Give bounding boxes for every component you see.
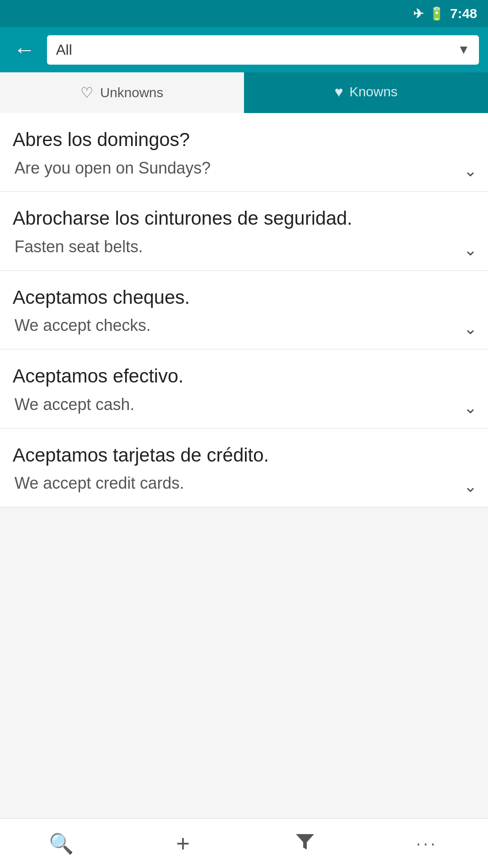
tab-unknowns-label: Unknowns (100, 85, 163, 100)
chevron-down-icon: ⌄ (464, 161, 477, 180)
card-spanish: Aceptamos efectivo. (13, 364, 475, 389)
card-english: We accept checks. (13, 315, 475, 336)
card-list: Abres los domingos? Are you open on Sund… (0, 113, 488, 507)
add-nav-item[interactable]: + (122, 819, 244, 868)
card-spanish: Aceptamos tarjetas de crédito. (13, 443, 475, 468)
tab-knowns-label: Knowns (349, 84, 398, 99)
svg-marker-0 (296, 834, 314, 849)
chevron-down-icon: ⌄ (464, 241, 477, 259)
heart-outline-icon: ♡ (80, 84, 94, 101)
tab-bar: ♡ Unknowns ♥ Knowns (0, 72, 488, 113)
chevron-down-icon: ⌄ (464, 477, 477, 496)
search-nav-item[interactable]: 🔍 (0, 819, 122, 868)
back-button[interactable]: ← (9, 39, 40, 61)
card-english: Fasten seat belts. (13, 236, 475, 258)
card-english: We accept credit cards. (13, 473, 475, 494)
add-icon: + (176, 830, 190, 857)
card-spanish: Aceptamos cheques. (13, 285, 475, 310)
card-item[interactable]: Abrocharse los cinturones de seguridad. … (0, 192, 488, 270)
battery-icon: 🔋 (429, 6, 445, 21)
card-item[interactable]: Aceptamos cheques. We accept checks. ⌄ (0, 271, 488, 349)
bottom-nav: 🔍 + ··· (0, 818, 488, 868)
card-spanish: Abres los domingos? (13, 127, 475, 152)
card-english: Are you open on Sundays? (13, 158, 475, 179)
card-english: We accept cash. (13, 394, 475, 415)
chevron-down-icon: ▼ (457, 42, 470, 57)
airplane-icon: ✈ (413, 6, 423, 21)
card-item[interactable]: Aceptamos efectivo. We accept cash. ⌄ (0, 349, 488, 428)
filter-dropdown[interactable]: All ▼ (47, 35, 479, 65)
toolbar: ← All ▼ (0, 27, 488, 72)
search-icon: 🔍 (49, 832, 74, 855)
heart-filled-icon: ♥ (334, 84, 343, 100)
filter-icon (295, 831, 315, 856)
status-time: 7:48 (450, 6, 477, 21)
card-spanish: Abrocharse los cinturones de seguridad. (13, 206, 475, 231)
card-item[interactable]: Aceptamos tarjetas de crédito. We accept… (0, 429, 488, 507)
more-icon: ··· (416, 834, 438, 853)
tab-unknowns[interactable]: ♡ Unknowns (0, 72, 244, 113)
tab-knowns[interactable]: ♥ Knowns (244, 72, 488, 113)
card-item[interactable]: Abres los domingos? Are you open on Sund… (0, 113, 488, 192)
status-icons: ✈ 🔋 7:48 (413, 6, 477, 21)
more-nav-item[interactable]: ··· (366, 819, 488, 868)
status-bar: ✈ 🔋 7:48 (0, 0, 488, 27)
dropdown-value: All (56, 42, 457, 58)
chevron-down-icon: ⌄ (464, 398, 477, 417)
chevron-down-icon: ⌄ (464, 319, 477, 338)
filter-nav-item[interactable] (244, 819, 366, 868)
